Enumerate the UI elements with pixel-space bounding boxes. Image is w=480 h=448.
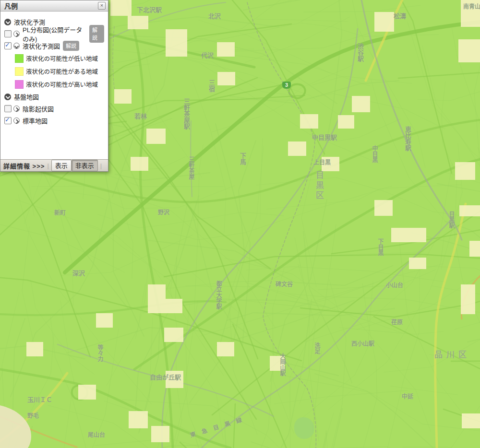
chevron-glyph <box>14 44 19 49</box>
chevron-right-circle-icon[interactable] <box>13 118 20 124</box>
legend-color-swatch <box>15 54 24 63</box>
legend-color-swatch <box>15 67 24 76</box>
chevron-down-circle-icon[interactable] <box>4 19 11 25</box>
map-place-label: 小山台 <box>386 281 403 289</box>
layer-checkbox[interactable] <box>4 42 12 49</box>
map-place-label: 三宿 <box>207 80 216 92</box>
map-place-label: 洗足 <box>313 342 321 354</box>
layer-checkbox[interactable] <box>4 105 12 112</box>
chevron-down-circle-icon[interactable] <box>13 43 20 49</box>
legend-row-label: PL分布図(公開データのみ) <box>23 25 86 43</box>
liquefaction-possible-area <box>26 342 43 356</box>
chevron-right-circle-icon[interactable] <box>13 106 20 112</box>
chevron-glyph <box>14 119 19 124</box>
liquefaction-possible-area <box>459 205 480 216</box>
map-place-label: 都立大学駅 <box>215 281 223 309</box>
liquefaction-possible-area <box>288 141 306 156</box>
liquefaction-possible-area <box>409 258 426 269</box>
liquefaction-possible-area <box>352 96 370 112</box>
map-place-label: 大岡山駅 <box>278 353 287 376</box>
map-place-label: 中目黒駅 <box>312 132 337 141</box>
liquefaction-possible-area <box>217 42 235 57</box>
liquefaction-possible-area <box>374 200 393 216</box>
footer-separator: | <box>47 162 48 169</box>
legend-color-swatch <box>15 80 24 89</box>
legend-row-label: 液状化の可能性がある地域 <box>26 67 98 76</box>
legend-swatch-row: 液状化の可能性が高い地域 <box>4 78 104 90</box>
liquefaction-possible-area <box>131 157 148 171</box>
map-place-label: 上目黒 <box>313 158 331 166</box>
legend-row-label: 液状化の可能性が高い地域 <box>26 80 98 89</box>
liquefaction-possible-area <box>110 0 132 16</box>
legend-layer-row: 標準地図 <box>4 115 104 126</box>
liquefaction-possible-area <box>300 114 318 129</box>
hide-button[interactable]: 非表示 <box>72 160 98 171</box>
route-3-badge: 3 <box>282 82 291 89</box>
map-place-label: 恵比寿駅 <box>403 126 412 151</box>
park-pond <box>294 417 314 439</box>
legend-row-label: 液状化の可能性が低い地域 <box>26 54 98 63</box>
close-icon[interactable]: × <box>98 2 106 10</box>
legend-row-label: 基盤地図 <box>14 92 39 101</box>
legend-swatch-row: 液状化の可能性が低い地域 <box>4 52 104 64</box>
liquefaction-possible-area <box>462 413 480 428</box>
liquefaction-possible-area <box>146 129 166 144</box>
explanation-button[interactable]: 解説 <box>63 41 79 51</box>
map-place-label: 下北沢駅 <box>137 5 162 14</box>
liquefaction-possible-area <box>164 328 183 342</box>
map-place-label: 碑文谷 <box>276 280 293 288</box>
chevron-right-circle-icon[interactable] <box>13 31 20 37</box>
map-place-label: 自由が丘駅 <box>150 372 181 381</box>
map-place-label: 荏原 <box>391 318 403 326</box>
legend-layer-row: 陰影起伏図 <box>4 103 104 114</box>
liquefaction-possible-area <box>148 284 166 313</box>
layer-checkbox[interactable] <box>4 30 12 37</box>
legend-panel-title: 凡例 <box>4 1 18 11</box>
map-place-label: 松濤 <box>394 11 406 20</box>
layer-checkbox[interactable] <box>4 117 12 124</box>
detail-info-link[interactable]: 詳細情報 >>> <box>3 161 45 170</box>
map-place-label: 野沢 <box>158 208 169 216</box>
legend-layer-row: 液状化予測図解説 <box>4 40 104 51</box>
liquefaction-possible-area <box>455 162 475 180</box>
map-place-label: 代沢 <box>201 50 214 59</box>
map-place-label: 下目黒 <box>376 238 384 256</box>
chevron-down-circle-icon[interactable] <box>4 94 11 100</box>
map-place-label: 品川区 <box>434 348 470 360</box>
liquefaction-possible-area <box>469 241 480 257</box>
liquefaction-possible-area <box>129 411 148 428</box>
liquefaction-possible-area <box>338 115 354 129</box>
liquefaction-possible-area <box>461 284 475 314</box>
map-place-label: 西小山駅 <box>351 339 374 347</box>
liquefaction-possible-area <box>114 89 132 104</box>
legend-row-label: 液状化予測図 <box>23 41 60 50</box>
map-place-label: 渋谷駅 <box>356 43 365 62</box>
map-place-label: 中目黒 <box>371 145 379 163</box>
liquefaction-possible-area <box>128 16 148 29</box>
map-place-label: 新町 <box>54 208 66 216</box>
map-place-label: 南青山 <box>463 2 480 10</box>
liquefaction-possible-area <box>217 72 235 85</box>
liquefaction-possible-area <box>374 12 394 32</box>
map-place-label: 若林 <box>134 111 147 120</box>
map-place-label: 玉川ＩＣ <box>27 395 52 404</box>
map-viewport[interactable]: 下北沢駅北沢松濤南青山代沢三宿渋谷駅三軒茶屋駅若林恵比寿駅中目黒駅中目黒上目黒三… <box>0 0 480 448</box>
liquefaction-possible-area <box>217 342 234 356</box>
liquefaction-possible-area <box>151 426 169 442</box>
chevron-glyph <box>6 19 11 24</box>
liquefaction-possible-area <box>78 385 96 400</box>
map-place-label: 深沢 <box>72 268 85 277</box>
chevron-glyph <box>14 32 19 37</box>
legend-panel-body: 液状化予測PL分布図(公開データのみ)解説液状化予測図解説液状化の可能性が低い地… <box>0 12 108 159</box>
liquefaction-possible-area <box>166 29 187 57</box>
map-place-label: 尾山台 <box>88 430 105 438</box>
show-button[interactable]: 表示 <box>51 160 72 171</box>
explanation-button[interactable]: 解説 <box>89 25 104 43</box>
map-place-label: 三軒茶屋駅 <box>182 98 191 130</box>
map-place-label: 等々力 <box>96 344 104 362</box>
map-place-label: 中延 <box>402 392 413 400</box>
chevron-glyph <box>6 94 11 99</box>
legend-layer-row: PL分布図(公開データのみ)解説 <box>4 28 104 39</box>
map-place-label: 北沢 <box>208 11 221 20</box>
footer-separator: | <box>100 162 102 169</box>
